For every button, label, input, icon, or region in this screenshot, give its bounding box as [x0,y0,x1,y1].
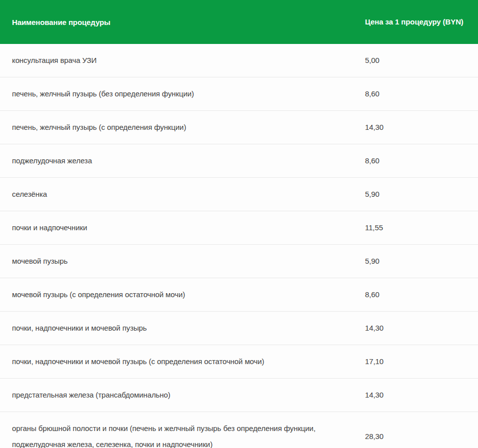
price-table: Наименование процедуры Цена за 1 процеду… [0,0,478,448]
procedure-price: 5,00 [365,53,478,67]
procedure-price: 11,55 [365,221,478,235]
procedure-name: селезёнка [0,186,365,202]
procedure-price: 17,10 [365,355,478,369]
procedure-name: почки, надпочечники и мочевой пузырь (с … [0,354,365,370]
procedure-price: 14,30 [365,321,478,335]
procedure-price: 8,60 [365,154,478,168]
table-row: печень, желчный пузырь (с определения фу… [0,111,478,144]
procedure-name: мочевой пузырь [0,253,365,269]
table-row: мочевой пузырь 5,90 [0,245,478,278]
table-body: консультация врача УЗИ 5,00 печень, желч… [0,44,478,448]
procedure-price: 5,90 [365,254,478,268]
procedure-name: почки, надпочечники и мочевой пузырь [0,320,365,336]
procedure-price: 14,30 [365,120,478,134]
procedure-name: почки и надпочечники [0,220,365,236]
procedure-price: 8,60 [365,87,478,101]
procedure-price: 5,90 [365,187,478,201]
table-row: консультация врача УЗИ 5,00 [0,44,478,77]
table-row: селезёнка 5,90 [0,178,478,211]
procedure-name: печень, желчный пузырь (с определения фу… [0,119,365,135]
table-row: почки и надпочечники 11,55 [0,211,478,245]
procedure-name: предстательная железа (трансабдоминально… [0,387,365,403]
table-row: поджелудочная железа 8,60 [0,144,478,178]
procedure-price: 14,30 [365,388,478,402]
table-row: почки, надпочечники и мочевой пузырь 14,… [0,312,478,345]
header-price-label: Цена за 1 процедуру (BYN) [365,15,478,29]
procedure-price: 28,30 [365,430,478,444]
procedure-name: органы брюшной полости и почки (печень и… [0,421,365,448]
table-row: почки, надпочечники и мочевой пузырь (с … [0,345,478,379]
procedure-name: консультация врача УЗИ [0,52,365,68]
table-row: органы брюшной полости и почки (печень и… [0,412,478,448]
procedure-name: мочевой пузырь (с определения остаточной… [0,287,365,303]
procedure-name: поджелудочная железа [0,153,365,169]
table-row: печень, желчный пузырь (без определения … [0,77,478,111]
header-procedure-name-label: Наименование процедуры [0,14,365,30]
table-row: предстательная железа (трансабдоминально… [0,379,478,412]
table-row: мочевой пузырь (с определения остаточной… [0,278,478,312]
procedure-price: 8,60 [365,288,478,302]
procedure-name: печень, желчный пузырь (без определения … [0,86,365,102]
table-header-row: Наименование процедуры Цена за 1 процеду… [0,0,478,44]
